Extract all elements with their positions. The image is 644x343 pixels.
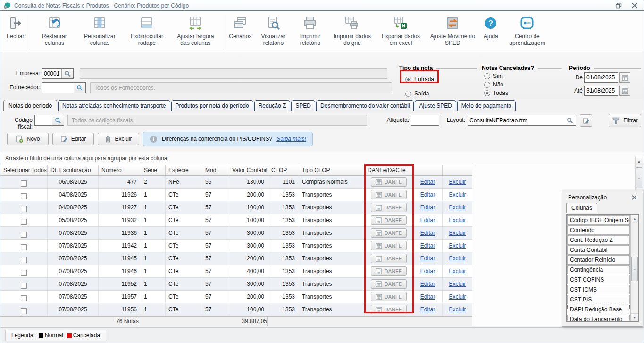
fornecedor-input[interactable] <box>42 83 74 93</box>
close-window-icon[interactable] <box>628 1 641 10</box>
header-dt-escrituracao[interactable]: Dt. Escrituração <box>48 165 99 175</box>
row-edit-link[interactable]: Editar <box>420 191 435 198</box>
row-checkbox[interactable] <box>21 193 27 199</box>
filtrar-button[interactable]: Filtrar <box>609 114 641 127</box>
row-checkbox[interactable] <box>21 232 27 238</box>
periodo-de-input[interactable] <box>584 72 618 83</box>
row-edit-link[interactable]: Editar <box>420 230 435 236</box>
tab-notas-atreladas[interactable]: Notas atreladas conhecimento transporte <box>58 100 170 111</box>
row-edit-link[interactable]: Editar <box>420 306 435 313</box>
danfe-button[interactable]: DANFE <box>371 215 407 225</box>
codigo-fiscal-search-icon[interactable] <box>52 115 64 125</box>
row-delete-link[interactable]: Excluir <box>449 281 466 287</box>
table-row[interactable]: 07/08/2025 11956 1 CTe 57 100,00 1353 Tr… <box>0 303 472 316</box>
centro-aprendizagem-button[interactable]: Centro de aprendizagem <box>502 14 552 51</box>
restaurar-colunas-button[interactable]: Restaurar colunas <box>33 14 76 51</box>
aliquota-input[interactable] <box>411 115 439 125</box>
tab-sped[interactable]: SPED <box>291 100 315 111</box>
row-delete-link[interactable]: Excluir <box>449 293 466 300</box>
row-edit-link[interactable]: Editar <box>420 217 435 223</box>
danfe-button[interactable]: DANFE <box>371 241 407 250</box>
exportar-excel-button[interactable]: Exportar dados em excel <box>376 14 426 51</box>
radio-sim[interactable]: Sim <box>484 73 503 79</box>
group-by-bar[interactable]: Arraste o título de uma coluna aqui para… <box>0 152 644 164</box>
row-delete-link[interactable]: Excluir <box>449 242 466 249</box>
table-row[interactable]: 07/08/2025 11946 1 CTe 57 400,00 1353 Tr… <box>0 265 472 278</box>
periodo-ate-input[interactable] <box>584 86 618 96</box>
table-row[interactable]: 07/08/2025 11936 1 CTe 57 300,00 1353 Tr… <box>0 227 472 240</box>
radio-nao[interactable]: Não <box>484 81 503 88</box>
danfe-button[interactable]: DANFE <box>371 292 407 301</box>
danfe-button[interactable]: DANFE <box>371 177 407 187</box>
header-mod[interactable]: Mod. <box>202 165 229 175</box>
row-delete-link[interactable]: Excluir <box>449 306 466 313</box>
personalization-scrollbar[interactable]: ▲ ≡ ▼ <box>630 215 638 321</box>
row-delete-link[interactable]: Excluir <box>449 255 466 262</box>
header-tipo-cfop[interactable]: Tipo CFOP <box>299 165 365 175</box>
personalization-list-item[interactable]: CST ICMS <box>567 285 630 294</box>
empresa-search-icon[interactable] <box>61 69 73 78</box>
table-row[interactable]: 07/08/2025 11945 1 CTe 57 200,00 1353 Tr… <box>0 252 472 265</box>
danfe-button[interactable]: DANFE <box>371 279 407 289</box>
row-edit-link[interactable]: Editar <box>420 179 435 185</box>
row-edit-link[interactable]: Editar <box>420 204 435 211</box>
header-cfop[interactable]: CFOP <box>268 165 299 175</box>
ajustar-largura-button[interactable]: Ajustar largura das colunas <box>170 14 220 51</box>
tab-notas-do-periodo[interactable]: Notas do período <box>3 100 57 111</box>
personalization-close-icon[interactable] <box>632 195 637 200</box>
header-serie[interactable]: Série <box>141 165 166 175</box>
tab-produtos-por-nota[interactable]: Produtos por nota do período <box>171 100 253 111</box>
table-row[interactable]: 06/08/2025 477 2 NFe 55 130,00 1101 Comp… <box>0 176 472 189</box>
row-checkbox[interactable] <box>21 244 27 250</box>
header-selecionar-todos[interactable]: Selecionar Todos <box>0 165 48 175</box>
personalization-list-item[interactable]: Data do Lançamento <box>567 315 630 321</box>
ate-calendar-icon[interactable] <box>619 86 630 96</box>
scroll-up-icon[interactable]: ▲ <box>636 157 643 165</box>
radio-todas[interactable]: Todas <box>484 90 508 96</box>
personalization-list-item[interactable]: Conferido <box>567 225 630 235</box>
imprimir-dados-grid-button[interactable]: Imprimir dados do grid <box>328 14 376 51</box>
row-edit-link[interactable]: Editar <box>420 242 435 249</box>
personalization-list-item[interactable]: Cont. Redução Z <box>567 235 630 245</box>
scrollbar-thumb[interactable]: ≡ <box>636 167 642 188</box>
header-danfe-dacte[interactable]: DANFe/DACTe <box>365 165 413 175</box>
tab-desmembramento[interactable]: Desmembramento do valor contábil <box>316 100 414 111</box>
visualizar-relatorio-button[interactable]: Visualizar relatório <box>255 14 292 51</box>
table-row[interactable]: 07/08/2025 11952 1 CTe 57 300,00 1353 Tr… <box>0 278 472 291</box>
personalization-list-item[interactable]: Contador Reinício <box>567 255 630 265</box>
row-delete-link[interactable]: Excluir <box>449 230 466 236</box>
layout-search-icon[interactable] <box>564 115 576 125</box>
personalization-tab-colunas[interactable]: Colunas <box>566 203 597 213</box>
personalization-list-item[interactable]: Conta Contábil <box>567 245 630 255</box>
codigo-fiscal-input[interactable] <box>35 115 52 125</box>
row-checkbox[interactable] <box>21 257 27 263</box>
table-row[interactable]: 05/08/2025 11932 1 CTe 57 100,00 1353 Tr… <box>0 214 472 227</box>
row-checkbox[interactable] <box>21 308 27 314</box>
layout-input[interactable] <box>468 115 564 125</box>
tab-reducao-z[interactable]: Redução Z <box>254 100 291 111</box>
row-delete-link[interactable]: Excluir <box>449 179 466 185</box>
row-checkbox[interactable] <box>21 206 27 212</box>
radio-entrada[interactable]: Entrada <box>405 76 434 83</box>
ajuda-button[interactable]: ? Ajuda <box>479 14 502 51</box>
novo-button[interactable]: Novo <box>7 133 49 145</box>
danfe-button[interactable]: DANFE <box>371 305 407 314</box>
row-checkbox[interactable] <box>21 270 27 276</box>
cenarios-button[interactable]: Cenários <box>226 14 255 51</box>
table-row[interactable]: 07/08/2025 11957 1 CTe 57 200,00 1353 Tr… <box>0 291 472 303</box>
row-edit-link[interactable]: Editar <box>420 255 435 262</box>
danfe-button[interactable]: DANFE <box>371 266 407 276</box>
row-edit-link[interactable]: Editar <box>420 281 435 287</box>
personalizar-colunas-button[interactable]: Personalizar colunas <box>76 14 123 51</box>
personalization-list-item[interactable]: DAPI Redução Base <box>567 305 630 314</box>
row-checkbox[interactable] <box>21 283 27 289</box>
fechar-button[interactable]: Fechar <box>3 14 27 51</box>
row-delete-link[interactable]: Excluir <box>449 268 466 274</box>
table-row[interactable]: 04/08/2025 11926 1 CTe 57 200,00 1353 Tr… <box>0 189 472 201</box>
table-row[interactable]: 04/08/2025 11927 1 CTe 57 100,00 1353 Tr… <box>0 201 472 214</box>
saiba-mais-link[interactable]: Saiba mais! <box>276 136 306 142</box>
danfe-button[interactable]: DANFE <box>371 190 407 199</box>
header-especie[interactable]: Espécie <box>166 165 202 175</box>
row-edit-link[interactable]: Editar <box>420 268 435 274</box>
ajuste-movimento-sped-button[interactable]: Ajuste Movimento SPED <box>426 14 479 51</box>
